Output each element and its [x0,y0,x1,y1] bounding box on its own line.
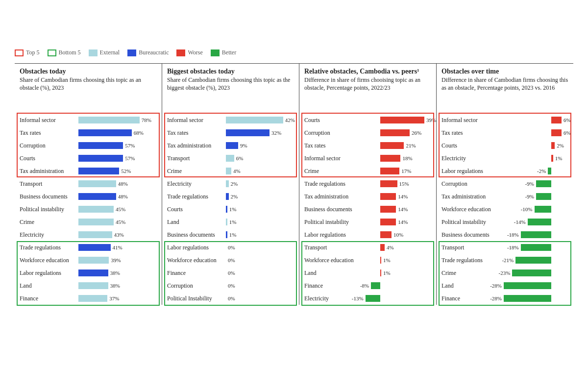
table-row: Transport6% [167,152,294,165]
value-label: -28% [490,294,502,303]
bar-external [78,282,108,289]
row-label: Workforce education [20,257,78,264]
bar-worse [380,117,424,123]
row-label: Business documents [441,231,500,239]
row-label: Corruption [167,282,226,290]
value-label: 1% [555,154,563,163]
row-label: Electricity [441,155,500,162]
bar-track: -18% [500,230,568,239]
row-label: Tax rates [167,129,226,137]
table-row: Corruption-9% [441,177,568,190]
table-row: Transport4% [304,241,431,254]
bar-track: -18% [500,243,568,252]
legend-bureaucratic: Bureaucratic [127,49,169,56]
row-label: Labor regulations [441,168,500,175]
table-row: Tax rates21% [304,139,431,152]
bar-worse [380,142,404,149]
table-row: Tax administration9% [167,139,294,152]
bar-track: -2% [500,167,568,175]
value-label: 0% [228,294,235,303]
table-row: Informal sector42% [167,114,294,126]
row-label: Tax administration [167,142,226,149]
bar-worse [380,168,399,174]
row-label: Finance [20,295,78,302]
bar-track: 42% [226,116,294,124]
table-row: Political instability45% [20,203,157,216]
row-label: Corruption [304,129,363,137]
value-label: 1% [229,205,237,214]
table-row: Crime17% [304,165,431,177]
panel-rows: Informal sector42%Tax rates32%Tax admini… [167,114,294,305]
bar-worse [551,142,555,149]
bar-track: 6% [500,128,568,137]
panel-title: Obstacles today [20,68,157,75]
bar-track: 39% [78,256,157,265]
bar-track: 0% [226,269,294,277]
table-row: Tax rates32% [167,126,294,139]
bar-external [78,206,114,213]
value-label: -18% [507,230,519,239]
bar-track: 1% [363,269,431,277]
panel-subtitle: Difference in share of firms chooising t… [304,76,431,109]
value-label: 26% [412,128,421,137]
bar-worse [551,129,562,136]
table-row: Labor regulations-2% [441,165,568,177]
panel-rows: Courts39%Corruption26%Tax rates21%Inform… [304,114,431,305]
value-label: -13% [352,294,364,303]
table-row: Business documents48% [20,190,157,203]
row-label: Informal sector [20,117,78,124]
value-label: 2% [557,141,564,150]
row-label: Finance [167,270,226,277]
chart-grid: Obstacles today Share of Cambodian firms… [15,63,573,305]
table-row: Trade regulations15% [304,177,431,190]
value-label: -10% [521,205,533,214]
legend-top5: Top 5 [15,49,40,56]
table-row: Transport-18% [441,241,568,254]
row-label: Transport [441,244,500,251]
value-label: -9% [525,192,534,201]
row-label: Tax administration [20,168,78,175]
bar-track: 48% [78,192,157,201]
bar-track: 57% [78,154,157,163]
value-label: 14% [398,205,408,214]
bar-track: 1% [226,230,294,239]
table-row: Trade regulations41% [20,241,157,254]
row-label: Workforce education [441,206,500,213]
table-row: Corruption0% [167,279,294,292]
bar-track: 38% [78,281,157,290]
bar-better [371,282,380,289]
bar-track: 14% [363,205,431,214]
bar-track: 37% [78,294,157,303]
table-row: Tax rates6% [441,126,568,139]
value-label: 9% [240,141,247,150]
table-row: Courts2% [441,139,568,152]
bar-worse [380,180,397,187]
value-label: -8% [360,281,369,290]
square-outline-icon [48,49,56,56]
bar-better [521,231,552,238]
value-label: 48% [118,192,128,201]
table-row: Finance0% [167,267,294,279]
panel-rows: Informal sector78%Tax rates68%Corruption… [20,114,157,305]
bar-track: -13% [363,294,431,303]
row-label: Finance [304,282,363,290]
bar-bureaucratic [226,231,227,238]
panel-rows: Informal sector6%Tax rates6%Courts2%Elec… [441,114,568,305]
value-label: 48% [118,179,128,188]
bar-better [536,180,551,187]
row-label: Corruption [441,180,500,188]
legend-external: External [89,49,120,56]
row-label: Courts [304,117,363,124]
bar-track: 0% [226,294,294,303]
row-label: Tax rates [20,129,78,137]
bar-worse [380,219,396,225]
table-row: Finance37% [20,292,157,305]
panel-subtitle: Difference in share of Cambodian firms c… [441,76,568,109]
bar-track: 2% [226,179,294,188]
square-fill-icon [176,49,185,56]
bar-track: -28% [500,281,568,290]
value-label: 41% [113,243,122,252]
value-label: 10% [393,230,403,239]
bar-track: 4% [363,243,431,252]
row-label: Land [20,282,78,290]
